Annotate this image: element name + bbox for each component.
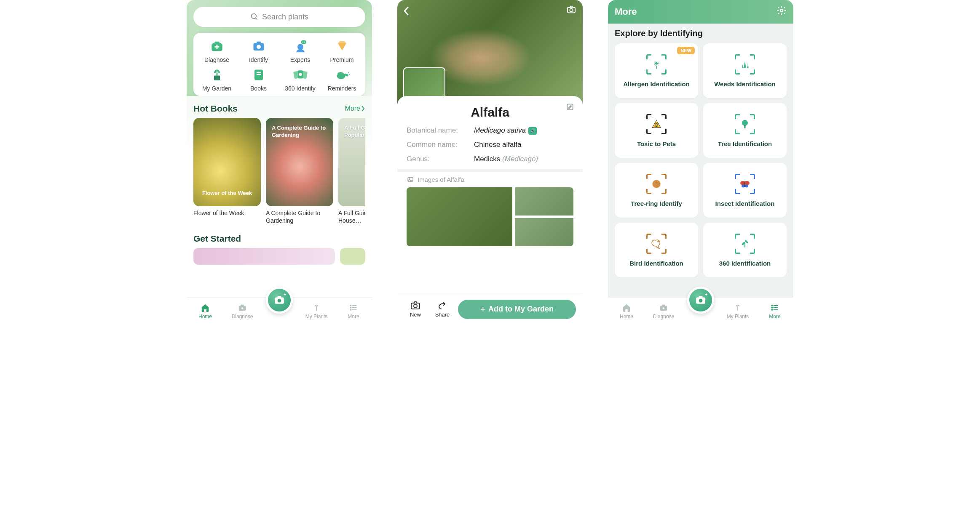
camera-button[interactable] <box>566 5 577 16</box>
camera-icon <box>410 301 420 311</box>
new-badge: NEW <box>677 47 695 54</box>
share-button[interactable]: Share <box>431 301 454 318</box>
card-tree[interactable]: Tree Identification <box>703 103 787 158</box>
svg-point-73 <box>699 299 703 303</box>
chevron-right-icon <box>361 106 365 112</box>
svg-rect-74 <box>699 296 703 298</box>
edit-button[interactable] <box>566 103 574 113</box>
watering-icon <box>335 67 350 83</box>
cards-icon <box>293 67 308 83</box>
svg-point-9 <box>302 42 303 43</box>
svg-point-42 <box>414 304 417 308</box>
sprout-icon <box>732 303 743 313</box>
bird-icon <box>646 234 667 254</box>
gear-icon <box>777 5 787 16</box>
home-screen: Search plants Diagnose Identify Experts <box>187 0 372 324</box>
action-experts[interactable]: Experts <box>279 39 321 63</box>
hot-books-title: Hot Books <box>193 104 238 114</box>
search-placeholder: Search plants <box>262 13 308 21</box>
card-allergen[interactable]: NEW Allergen Identification <box>615 43 698 98</box>
tab-home[interactable]: Home <box>190 303 220 319</box>
add-to-garden-button[interactable]: + Add to My Garden <box>458 300 576 319</box>
card-toxic[interactable]: Toxic to Pets <box>615 103 698 158</box>
tab-bar: Home Diagnose My Plants More ✦ <box>187 297 372 324</box>
common-label: Common name: <box>407 141 474 149</box>
svg-point-29 <box>350 307 351 308</box>
camera-fab[interactable]: ✦ <box>266 287 293 314</box>
svg-rect-25 <box>241 304 244 306</box>
tab-more[interactable]: More <box>338 303 369 319</box>
action-premium[interactable]: Premium <box>321 39 363 63</box>
tab-home[interactable]: Home <box>611 303 642 319</box>
book-card[interactable]: Flower of the Week Flower of the Week <box>193 118 261 224</box>
home-icon <box>621 303 632 313</box>
tab-more[interactable]: More <box>760 303 790 319</box>
hero-image <box>397 0 583 105</box>
svg-point-22 <box>348 72 349 74</box>
action-identify[interactable]: Identify <box>238 39 279 63</box>
search-icon <box>250 13 259 21</box>
camera-fab[interactable]: ✦ <box>687 287 714 314</box>
share-icon <box>437 301 447 311</box>
tab-diagnose[interactable]: Diagnose <box>227 303 257 319</box>
book-card[interactable]: A Complete Guide to Gardening A Complete… <box>266 118 333 224</box>
card-360[interactable]: 360 Identification <box>703 223 787 277</box>
plant-detail-screen: Alfalfa Botanical name: Medicago sativa🔊… <box>397 0 583 324</box>
tab-diagnose[interactable]: Diagnose <box>648 303 679 319</box>
svg-rect-8 <box>301 40 306 44</box>
more-header: More <box>608 0 793 24</box>
svg-point-0 <box>251 14 256 19</box>
svg-rect-26 <box>316 306 317 311</box>
action-grid: Diagnose Identify Experts Premium <box>193 33 365 96</box>
thumbnail[interactable] <box>403 67 445 99</box>
back-button[interactable] <box>403 6 410 18</box>
card-weeds[interactable]: Weeds Identification <box>703 43 787 98</box>
medkit-icon <box>237 303 248 313</box>
action-360-identify[interactable]: 360 Identify <box>279 67 321 92</box>
more-title: More <box>615 6 637 17</box>
expert-icon <box>293 39 308 54</box>
book-card[interactable]: A Full Guide to Popular Houseplants A Fu… <box>338 118 365 224</box>
tab-my-plants[interactable]: My Plants <box>723 303 753 319</box>
card-tree-ring[interactable]: Tree-ring Identify <box>615 163 698 218</box>
more-link[interactable]: More <box>345 105 365 112</box>
svg-point-10 <box>304 42 305 43</box>
svg-point-31 <box>350 309 351 310</box>
svg-rect-64 <box>662 304 665 306</box>
new-button[interactable]: New <box>404 301 427 318</box>
svg-point-37 <box>570 8 573 11</box>
action-my-garden[interactable]: My Garden <box>196 67 238 92</box>
svg-rect-12 <box>216 72 217 76</box>
tab-bar: Home Diagnose My Plants More ✦ <box>608 297 793 324</box>
genus-value: Medicks (Medicago) <box>474 155 538 163</box>
svg-point-66 <box>771 305 772 306</box>
get-started-card[interactable] <box>340 248 365 265</box>
card-bird[interactable]: Bird Identification <box>615 223 698 277</box>
search-input[interactable]: Search plants <box>193 7 365 27</box>
svg-point-43 <box>780 9 783 12</box>
camera-icon <box>566 5 577 14</box>
get-started-card[interactable] <box>193 248 335 265</box>
svg-rect-35 <box>278 296 281 298</box>
book-row: Flower of the Week Flower of the Week A … <box>193 118 365 224</box>
card-insect[interactable]: Insect Identification <box>703 163 787 218</box>
action-books[interactable]: Books <box>238 67 279 92</box>
audio-icon[interactable]: 🔊 <box>528 127 537 135</box>
medkit-icon <box>658 303 669 313</box>
svg-point-7 <box>297 44 303 50</box>
more-screen: More Explore by Identifying NEW Allergen… <box>608 0 793 324</box>
grass-icon <box>735 54 755 75</box>
image-gallery[interactable] <box>407 187 573 246</box>
svg-rect-3 <box>214 42 219 44</box>
svg-point-23 <box>349 74 350 75</box>
genus-label: Genus: <box>407 155 474 163</box>
action-reminders[interactable]: Reminders <box>321 67 363 92</box>
dandelion-icon <box>646 54 667 75</box>
tree-ring-icon <box>646 174 667 194</box>
action-diagnose[interactable]: Diagnose <box>196 39 238 63</box>
medkit-icon <box>209 39 225 54</box>
settings-button[interactable] <box>777 5 787 18</box>
tab-my-plants[interactable]: My Plants <box>301 303 332 319</box>
plant-title: Alfalfa <box>407 105 573 120</box>
leaf-icon <box>735 234 755 254</box>
